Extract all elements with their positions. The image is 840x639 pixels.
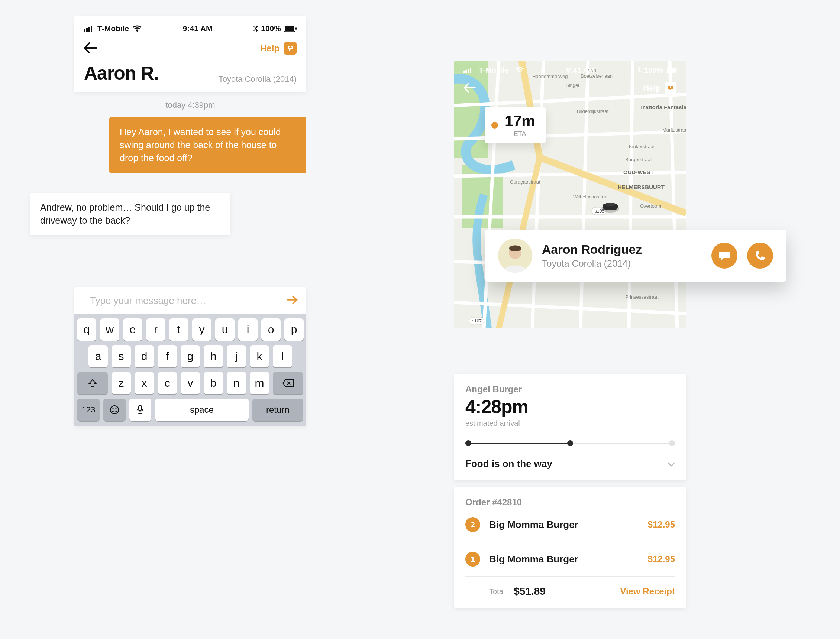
wifi-icon [133, 25, 142, 32]
key-m[interactable]: m [250, 372, 269, 394]
svg-rect-48 [463, 71, 465, 73]
delivery-progress [465, 440, 675, 446]
map-back-button[interactable] [464, 80, 476, 96]
arrival-sub: estimated arrival [465, 419, 675, 428]
help-badge-icon [284, 42, 297, 55]
driver-car-info: Toyota Corolla (2014) [542, 258, 702, 269]
key-r[interactable]: r [146, 318, 165, 341]
driver-full-name: Aaron Rodriguez [542, 242, 702, 257]
numeric-key[interactable]: 123 [77, 399, 100, 421]
svg-rect-3 [91, 26, 92, 32]
key-z[interactable]: z [111, 372, 131, 394]
item-qty: 1 [465, 552, 480, 567]
key-t[interactable]: t [169, 318, 188, 341]
view-receipt-button[interactable]: View Receipt [620, 586, 675, 597]
signal-icon [84, 25, 94, 32]
eta-value: 17m [505, 112, 535, 130]
svg-text:Trattoria Fantasia: Trattoria Fantasia [640, 104, 686, 110]
help-button[interactable]: Help [260, 42, 297, 55]
status-expand-row[interactable]: Food is on the way [465, 458, 675, 470]
bluetooth-icon [253, 25, 258, 32]
order-item: 2Big Momma Burger$12.95 [465, 507, 675, 542]
eta-label: ETA [505, 130, 535, 138]
carrier-label: T-Mobile [479, 66, 509, 75]
key-k[interactable]: k [250, 345, 269, 367]
mic-key[interactable] [129, 399, 152, 421]
emoji-key[interactable] [103, 399, 126, 421]
call-driver-button[interactable] [747, 243, 773, 269]
key-e[interactable]: e [123, 318, 142, 341]
battery-pct: 100% [644, 66, 663, 75]
svg-rect-51 [470, 68, 471, 73]
bluetooth-icon [637, 66, 641, 75]
key-o[interactable]: o [261, 318, 281, 341]
eta-dot-icon [492, 122, 498, 129]
map-status-bar: T-Mobile 9:41 AM 100% [454, 61, 686, 80]
item-name: Big Momma Burger [489, 519, 639, 531]
battery-pct: 100% [261, 24, 281, 33]
svg-text:Curaçaostraat: Curaçaostraat [510, 179, 541, 184]
key-y[interactable]: y [192, 318, 212, 341]
signal-icon [463, 66, 472, 75]
svg-rect-1 [86, 28, 88, 32]
key-n[interactable]: n [227, 372, 246, 394]
battery-icon [666, 66, 677, 75]
status-time: 9:41 AM [566, 66, 595, 75]
key-u[interactable]: u [215, 318, 234, 341]
key-p[interactable]: p [284, 318, 304, 341]
svg-rect-49 [465, 70, 467, 73]
total-label: Total [489, 587, 505, 596]
svg-rect-53 [667, 68, 675, 72]
svg-text:Bilderdijkstraat: Bilderdijkstraat [577, 108, 609, 114]
driver-card: Aaron Rodriguez Toyota Corolla (2014) [485, 230, 786, 281]
svg-rect-5 [285, 26, 294, 31]
key-d[interactable]: d [135, 345, 154, 367]
key-w[interactable]: w [100, 318, 119, 341]
status-time: 9:41 AM [183, 24, 213, 33]
send-button[interactable] [287, 294, 298, 307]
message-driver-button[interactable] [711, 243, 737, 269]
chat-header-card: T-Mobile 9:41 AM 100% [74, 16, 306, 92]
eta-pill: 17m ETA [485, 107, 546, 143]
key-i[interactable]: i [238, 318, 258, 341]
space-key[interactable]: space [155, 399, 248, 421]
status-bar: T-Mobile 9:41 AM 100% [84, 23, 297, 34]
key-h[interactable]: h [204, 345, 223, 367]
key-x[interactable]: x [135, 372, 154, 394]
keyboard: qwertyuiop asdfghjkl zxcvbnm 123 [74, 314, 306, 426]
svg-text:HELMERSBUURT: HELMERSBUURT [618, 184, 665, 190]
key-l[interactable]: l [273, 345, 292, 367]
help-label: Help [260, 43, 280, 54]
key-v[interactable]: v [181, 372, 200, 394]
svg-text:Maritzstraat: Maritzstraat [662, 127, 686, 133]
return-key[interactable]: return [252, 399, 304, 421]
message-outgoing: Hey Aaron, I wanted to see if you could … [109, 117, 306, 173]
svg-text:OUD-WEST: OUD-WEST [623, 169, 654, 175]
item-price: $12.95 [648, 554, 675, 564]
backspace-key[interactable] [273, 372, 303, 394]
map-help-button[interactable]: Help [643, 82, 676, 94]
svg-rect-10 [138, 405, 142, 410]
back-button[interactable] [84, 41, 97, 56]
status-text: Food is on the way [465, 458, 552, 470]
restaurant-name: Angel Burger [465, 384, 675, 394]
shift-key[interactable] [77, 372, 108, 394]
key-b[interactable]: b [204, 372, 223, 394]
message-incoming: Andrew, no problem… Should I go up the d… [30, 193, 231, 235]
svg-rect-2 [89, 27, 90, 32]
arrival-time: 4:28pm [465, 396, 675, 418]
key-s[interactable]: s [111, 345, 131, 367]
svg-point-9 [115, 408, 116, 409]
item-price: $12.95 [648, 519, 675, 530]
key-j[interactable]: j [227, 345, 246, 367]
key-a[interactable]: a [89, 345, 108, 367]
text-cursor [83, 294, 83, 307]
key-c[interactable]: c [158, 372, 177, 394]
map[interactable]: Singel Bilderdijkstraat Kinkerstraat Bor… [454, 61, 686, 328]
key-f[interactable]: f [158, 345, 177, 367]
key-g[interactable]: g [181, 345, 200, 367]
message-input[interactable] [90, 295, 282, 307]
svg-point-7 [110, 406, 119, 414]
order-item: 1Big Momma Burger$12.95 [465, 542, 675, 577]
key-q[interactable]: q [77, 318, 96, 341]
